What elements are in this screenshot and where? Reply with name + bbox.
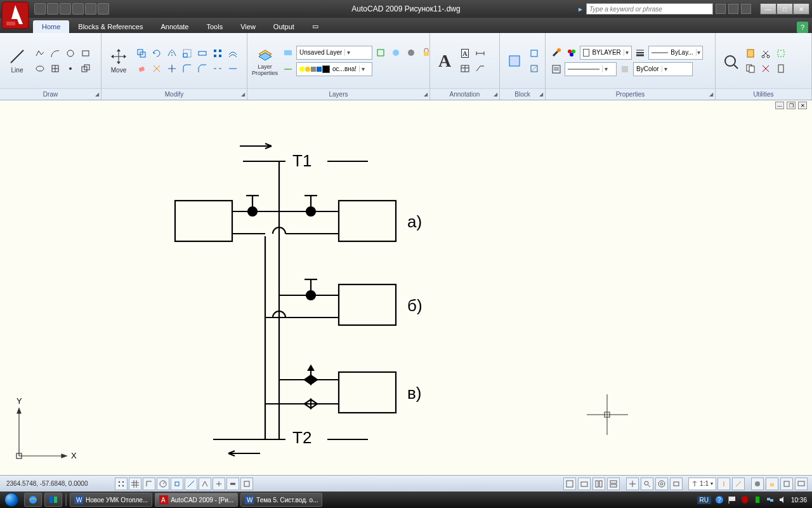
toolbar-lock-icon[interactable]	[766, 478, 778, 490]
anno-autoscale-icon[interactable]	[732, 478, 745, 490]
list-icon[interactable]	[549, 62, 563, 76]
arc-icon[interactable]	[48, 46, 62, 60]
current-layer-combo[interactable]: ос...вна!▾	[296, 62, 372, 76]
tray-network-icon[interactable]	[766, 495, 775, 504]
minimize-button[interactable]: —	[760, 3, 776, 15]
qat-redo-icon[interactable]	[98, 3, 109, 15]
copy-icon[interactable]	[134, 46, 148, 60]
leader-icon[interactable]	[473, 62, 487, 76]
lineweight-combo[interactable]: ▾	[565, 62, 617, 76]
qat-open-icon[interactable]	[47, 3, 58, 15]
plot-style-icon[interactable]	[618, 62, 632, 76]
taskbar-ie-icon[interactable]	[24, 493, 42, 507]
mdi-close[interactable]: ✕	[798, 102, 807, 109]
favorites-icon[interactable]	[741, 4, 751, 14]
rotate-icon[interactable]	[150, 46, 164, 60]
taskbar-tc-icon[interactable]	[44, 493, 62, 507]
chamfer-icon[interactable]	[195, 62, 209, 76]
tab-extra-icon[interactable]: ▭	[303, 20, 327, 33]
match-props-icon[interactable]	[549, 46, 563, 60]
join-icon[interactable]	[226, 62, 240, 76]
maximize-button[interactable]: □	[776, 3, 793, 15]
mdi-restore[interactable]: ❐	[787, 102, 796, 109]
lineweight-icon[interactable]	[633, 46, 647, 60]
ducs-toggle[interactable]	[199, 478, 211, 490]
copy-clip-icon[interactable]	[743, 62, 757, 76]
hatch-icon[interactable]	[48, 62, 62, 76]
polyline-icon[interactable]	[33, 46, 47, 60]
point-icon[interactable]	[63, 62, 77, 76]
hardware-accel-icon[interactable]	[780, 478, 793, 490]
mtext-button[interactable]: A	[434, 39, 455, 83]
tray-volume-icon[interactable]	[778, 495, 787, 504]
workspace-icon[interactable]	[751, 478, 764, 490]
layer-iso-icon[interactable]	[374, 46, 388, 60]
color-picker-icon[interactable]	[565, 46, 579, 60]
layer-off-icon[interactable]	[404, 46, 418, 60]
select-icon[interactable]	[774, 46, 788, 60]
linetype-combo[interactable]: ByLay...▾	[648, 46, 703, 60]
array-icon[interactable]	[211, 46, 225, 60]
search-input[interactable]	[586, 3, 713, 15]
insert-block-button[interactable]	[504, 39, 525, 83]
ortho-toggle[interactable]	[143, 478, 155, 490]
polar-toggle[interactable]	[157, 478, 169, 490]
drawing-area[interactable]: X Y	[0, 100, 812, 475]
cut-icon[interactable]	[759, 46, 773, 60]
showmotion-icon[interactable]	[670, 478, 683, 490]
text-style-icon[interactable]: A	[458, 46, 472, 60]
plotstyle-combo[interactable]: ByColor▾	[633, 62, 693, 76]
erase-icon[interactable]	[134, 62, 148, 76]
language-indicator[interactable]: RU	[697, 496, 711, 504]
paste-icon[interactable]	[743, 46, 757, 60]
tab-annotate[interactable]: Annotate	[152, 20, 197, 33]
measure-button[interactable]	[719, 39, 741, 83]
pan-icon[interactable]	[626, 478, 639, 490]
clean-screen-icon[interactable]	[795, 478, 808, 490]
create-block-icon[interactable]	[527, 46, 541, 60]
region-icon[interactable]	[79, 62, 93, 76]
ellipse-icon[interactable]	[33, 62, 47, 76]
scale-icon[interactable]	[180, 46, 194, 60]
edit-block-icon[interactable]	[527, 62, 541, 76]
tray-flag-icon[interactable]	[728, 495, 737, 504]
layer-freeze-icon[interactable]	[389, 46, 403, 60]
mirror-icon[interactable]	[165, 46, 179, 60]
layer-properties-button[interactable]: Layer Properties	[251, 39, 278, 83]
layer-state-combo[interactable]: Unsaved Layer▾	[296, 46, 372, 60]
tray-shield-icon[interactable]	[740, 495, 749, 504]
close-button[interactable]: ✕	[793, 3, 809, 15]
tab-home[interactable]: Home	[33, 20, 69, 33]
layer-states-icon[interactable]	[281, 46, 295, 60]
tab-output[interactable]: Output	[265, 20, 303, 33]
qv-layouts-icon[interactable]	[593, 478, 605, 490]
taskbar-autocad[interactable]: A AutoCAD 2009 - [Ри...	[155, 493, 238, 507]
steering-wheel-icon[interactable]	[655, 478, 668, 490]
circle-icon[interactable]	[63, 46, 77, 60]
layout-button[interactable]	[578, 478, 591, 490]
stretch-icon[interactable]	[195, 46, 209, 60]
explode-icon[interactable]	[150, 62, 164, 76]
otrack-toggle[interactable]	[185, 478, 197, 490]
model-button[interactable]	[563, 478, 576, 490]
tab-tools[interactable]: Tools	[198, 20, 232, 33]
layer-match-icon[interactable]	[281, 62, 295, 76]
annotation-scale[interactable]: 1:1▾	[688, 478, 716, 490]
calc-icon[interactable]	[759, 62, 773, 76]
tray-usb-icon[interactable]	[753, 495, 762, 504]
qat-save-icon[interactable]	[60, 3, 71, 15]
tab-view[interactable]: View	[232, 20, 265, 33]
trim-icon[interactable]	[165, 62, 179, 76]
fillet-icon[interactable]	[180, 62, 194, 76]
qat-undo-icon[interactable]	[85, 3, 96, 15]
line-button[interactable]: Line	[4, 39, 30, 83]
taskbar-word2[interactable]: W Тема 5. Сист.вод. о...	[240, 493, 322, 507]
anno-visibility-icon[interactable]	[717, 478, 730, 490]
start-button[interactable]	[0, 491, 23, 508]
comm-center-icon[interactable]	[728, 4, 738, 14]
coordinates[interactable]: 2364.5748, -57.6848, 0.0000	[0, 480, 114, 487]
osnap-toggle[interactable]	[171, 478, 183, 490]
qp-toggle[interactable]	[240, 478, 253, 490]
qv-drawings-icon[interactable]	[607, 478, 620, 490]
color-combo[interactable]: BYLAYER▾	[580, 46, 632, 60]
